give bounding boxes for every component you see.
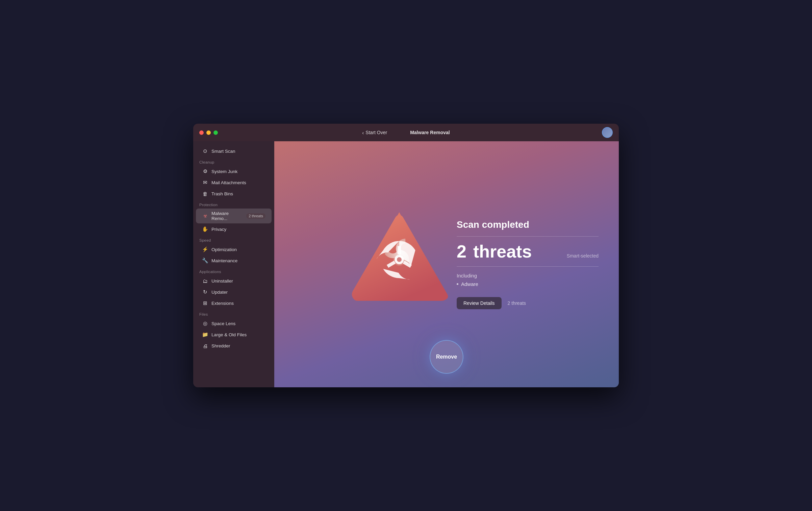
optimization-icon: ⚡ bbox=[202, 246, 208, 252]
sidebar-item-extensions[interactable]: ⊞ Extensions bbox=[196, 298, 272, 309]
threats-count: 2 bbox=[457, 243, 466, 260]
remove-btn-container: Remove bbox=[430, 340, 463, 374]
extensions-label: Extensions bbox=[211, 301, 265, 306]
sidebar-item-privacy[interactable]: ✋ Privacy bbox=[196, 224, 272, 235]
mail-attachments-icon: ✉ bbox=[202, 179, 208, 186]
smart-scan-label: Smart Scan bbox=[211, 149, 265, 154]
trash-bins-icon: 🗑 bbox=[202, 191, 208, 197]
actions-row: Review Details 2 threats bbox=[457, 297, 599, 309]
remove-button[interactable]: Remove bbox=[430, 340, 463, 374]
malware-threat-badge: 2 threats bbox=[246, 213, 265, 219]
system-junk-icon: ⚙ bbox=[202, 168, 208, 174]
sidebar-item-updater[interactable]: ↻ Updater bbox=[196, 287, 272, 297]
main-content: ⊙ Smart Scan Cleanup ⚙ System Junk ✉ Mai… bbox=[193, 141, 619, 387]
scan-completed-title: Scan completed bbox=[457, 219, 599, 230]
uninstaller-icon: 🗂 bbox=[202, 278, 208, 284]
optimization-label: Optimization bbox=[211, 247, 265, 252]
extensions-icon: ⊞ bbox=[202, 300, 208, 306]
large-old-files-label: Large & Old Files bbox=[211, 332, 265, 337]
titlebar-right bbox=[602, 127, 613, 138]
svg-point-7 bbox=[397, 257, 402, 262]
privacy-label: Privacy bbox=[211, 227, 265, 232]
sidebar: ⊙ Smart Scan Cleanup ⚙ System Junk ✉ Mai… bbox=[193, 141, 274, 387]
malware-removal-label: Malware Remo... bbox=[211, 211, 243, 221]
including-section: Including Adware bbox=[457, 273, 599, 287]
threat-item-adware: Adware bbox=[457, 281, 599, 287]
section-protection-label: Protection bbox=[193, 199, 274, 208]
maximize-button[interactable] bbox=[213, 130, 218, 135]
sidebar-item-system-junk[interactable]: ⚙ System Junk bbox=[196, 166, 272, 177]
sidebar-item-shredder[interactable]: 🖨 Shredder bbox=[196, 340, 272, 351]
threats-label: threats bbox=[473, 243, 532, 260]
large-old-files-icon: 📁 bbox=[202, 332, 208, 338]
smart-scan-icon: ⊙ bbox=[202, 148, 208, 154]
results-panel: Scan completed 2 threats Smart-selected … bbox=[457, 219, 599, 309]
shredder-label: Shredder bbox=[211, 343, 265, 348]
trash-bins-label: Trash Bins bbox=[211, 191, 265, 196]
threat-type-label: Adware bbox=[461, 281, 478, 287]
sidebar-item-smart-scan[interactable]: ⊙ Smart Scan bbox=[196, 146, 272, 156]
avatar-button[interactable] bbox=[602, 127, 613, 138]
section-applications-label: Applications bbox=[193, 266, 274, 275]
start-over-label: Start Over bbox=[365, 130, 387, 135]
start-over-button[interactable]: ‹ Start Over bbox=[362, 130, 387, 136]
maintenance-label: Maintenance bbox=[211, 258, 265, 263]
space-lens-icon: ◎ bbox=[202, 320, 208, 326]
minimize-button[interactable] bbox=[206, 130, 211, 135]
mail-attachments-label: Mail Attachments bbox=[211, 180, 265, 185]
shredder-icon: 🖨 bbox=[202, 343, 208, 349]
divider-1 bbox=[457, 236, 599, 237]
biohazard-container bbox=[342, 158, 457, 354]
section-files-label: Files bbox=[193, 309, 274, 318]
threats-note: 2 threats bbox=[508, 300, 526, 306]
privacy-icon: ✋ bbox=[202, 226, 208, 232]
including-label: Including bbox=[457, 273, 599, 278]
biohazard-icon bbox=[349, 205, 450, 307]
maintenance-icon: 🔧 bbox=[202, 258, 208, 264]
sidebar-item-malware-removal[interactable]: ☣ Malware Remo... 2 threats bbox=[196, 209, 272, 223]
uninstaller-label: Uninstaller bbox=[211, 278, 265, 284]
sidebar-item-large-old-files[interactable]: 📁 Large & Old Files bbox=[196, 329, 272, 340]
back-chevron-icon: ‹ bbox=[362, 130, 364, 136]
window-title: Malware Removal bbox=[410, 130, 450, 135]
sidebar-item-optimization[interactable]: ⚡ Optimization bbox=[196, 244, 272, 255]
threats-row: 2 threats Smart-selected bbox=[457, 243, 599, 260]
system-junk-label: System Junk bbox=[211, 169, 265, 174]
review-details-button[interactable]: Review Details bbox=[457, 297, 502, 309]
content-area: Scan completed 2 threats Smart-selected … bbox=[274, 141, 619, 387]
close-button[interactable] bbox=[199, 130, 204, 135]
sidebar-item-uninstaller[interactable]: 🗂 Uninstaller bbox=[196, 275, 272, 286]
sidebar-item-space-lens[interactable]: ◎ Space Lens bbox=[196, 318, 272, 329]
sidebar-item-mail-attachments[interactable]: ✉ Mail Attachments bbox=[196, 177, 272, 188]
divider-2 bbox=[457, 266, 599, 267]
smart-selected-label: Smart-selected bbox=[567, 253, 599, 259]
sidebar-item-trash-bins[interactable]: 🗑 Trash Bins bbox=[196, 188, 272, 199]
titlebar: ‹ Start Over Malware Removal bbox=[193, 124, 619, 141]
sidebar-item-maintenance[interactable]: 🔧 Maintenance bbox=[196, 255, 272, 266]
updater-icon: ↻ bbox=[202, 289, 208, 295]
threat-dot bbox=[457, 283, 458, 285]
traffic-lights bbox=[199, 130, 218, 135]
section-speed-label: Speed bbox=[193, 235, 274, 244]
updater-label: Updater bbox=[211, 290, 265, 295]
space-lens-label: Space Lens bbox=[211, 321, 265, 326]
malware-removal-icon: ☣ bbox=[202, 213, 208, 219]
section-cleanup-label: Cleanup bbox=[193, 157, 274, 166]
titlebar-center: ‹ Start Over Malware Removal bbox=[362, 130, 450, 136]
app-window: ‹ Start Over Malware Removal ⊙ Smart Sca… bbox=[193, 124, 619, 387]
